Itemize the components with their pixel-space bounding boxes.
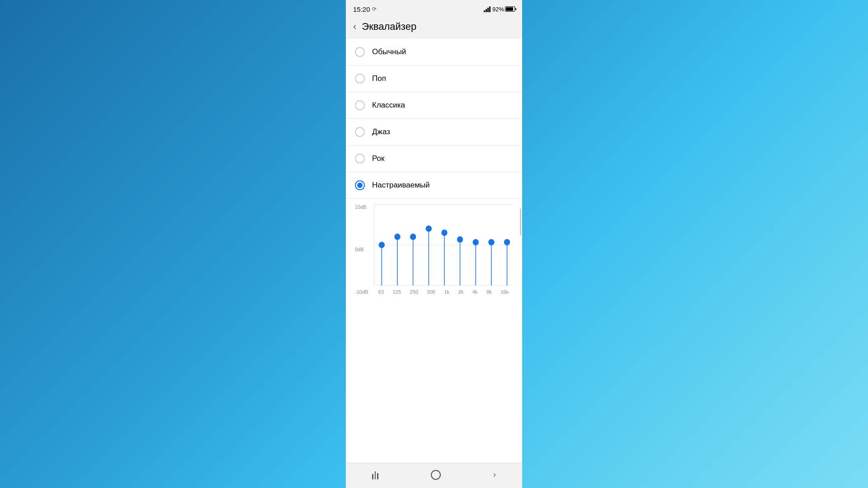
back-nav-button[interactable]: ‹ (484, 466, 505, 483)
svg-point-7 (426, 225, 432, 232)
svg-point-17 (504, 239, 510, 245)
label-classic: Классика (372, 101, 405, 110)
option-rock[interactable]: Рок (346, 145, 522, 172)
eq-label-8k: 8k (486, 289, 492, 295)
back-nav-icon: ‹ (493, 470, 496, 479)
phone-screen: 15:20 ⟳ 92% ‹ Эквалайзер О (346, 0, 522, 488)
scrollbar-track (519, 39, 521, 463)
eq-svg (374, 204, 513, 286)
eq-label-0db: 0dB (355, 247, 368, 252)
content-area: Обычный Поп Классика Джаз Рок Настраивае… (346, 39, 522, 463)
eq-label-250: 250 (410, 289, 418, 295)
svg-point-11 (457, 236, 463, 243)
home-button[interactable] (422, 466, 450, 483)
status-time: 15:20 ⟳ (353, 5, 377, 13)
eq-label-10db: 10dB (355, 204, 368, 210)
svg-point-13 (472, 239, 478, 245)
recent-apps-button[interactable] (363, 467, 387, 483)
option-custom[interactable]: Настраиваемый (346, 172, 522, 199)
label-jazz: Джаз (372, 127, 390, 136)
svg-point-15 (488, 239, 494, 245)
sync-icon: ⟳ (372, 6, 377, 12)
radio-jazz[interactable] (355, 127, 365, 137)
option-classic[interactable]: Классика (346, 92, 522, 119)
label-normal: Обычный (372, 47, 406, 56)
radio-classic[interactable] (355, 100, 365, 110)
eq-label-neg10db: -10dB (355, 289, 368, 295)
eq-y-labels: 10dB 0dB -10dB (355, 204, 368, 295)
radio-normal[interactable] (355, 47, 365, 57)
eq-label-16k: 16k (500, 289, 509, 295)
time-display: 15:20 (353, 5, 370, 13)
radio-pop[interactable] (355, 74, 365, 84)
eq-chart: 10dB 0dB -10dB (355, 204, 513, 295)
battery-percent: 92% (492, 6, 504, 13)
option-pop[interactable]: Поп (346, 66, 522, 92)
page-title: Эквалайзер (362, 21, 416, 33)
radio-custom[interactable] (355, 180, 365, 190)
svg-point-3 (394, 234, 400, 240)
back-button[interactable]: ‹ (353, 22, 356, 32)
svg-point-5 (410, 234, 416, 240)
svg-point-1 (379, 242, 385, 248)
eq-label-4k: 4k (472, 289, 478, 295)
battery-icon: 92% (492, 6, 515, 13)
svg-point-9 (441, 230, 447, 236)
signal-icon (484, 6, 491, 12)
equalizer-section: 10dB 0dB -10dB (346, 199, 522, 304)
eq-label-125: 125 (393, 289, 401, 295)
label-rock: Рок (372, 154, 384, 163)
eq-x-labels: 63 125 250 500 1k 2k 4k 8k 16k (374, 287, 513, 295)
status-bar: 15:20 ⟳ 92% (346, 0, 522, 16)
home-icon (431, 470, 441, 480)
navigation-bar: ‹ (346, 463, 522, 488)
option-normal[interactable]: Обычный (346, 39, 522, 66)
eq-label-2k: 2k (458, 289, 464, 295)
page-header: ‹ Эквалайзер (346, 16, 522, 39)
label-custom: Настраиваемый (372, 181, 430, 190)
scrollbar-thumb (520, 208, 521, 235)
eq-label-500: 500 (427, 289, 435, 295)
eq-label-63: 63 (378, 289, 384, 295)
radio-rock[interactable] (355, 154, 365, 164)
status-icons: 92% (484, 6, 515, 13)
option-jazz[interactable]: Джаз (346, 119, 522, 145)
label-pop: Поп (372, 74, 386, 83)
eq-label-1k: 1k (444, 289, 450, 295)
recent-icon (372, 470, 378, 479)
